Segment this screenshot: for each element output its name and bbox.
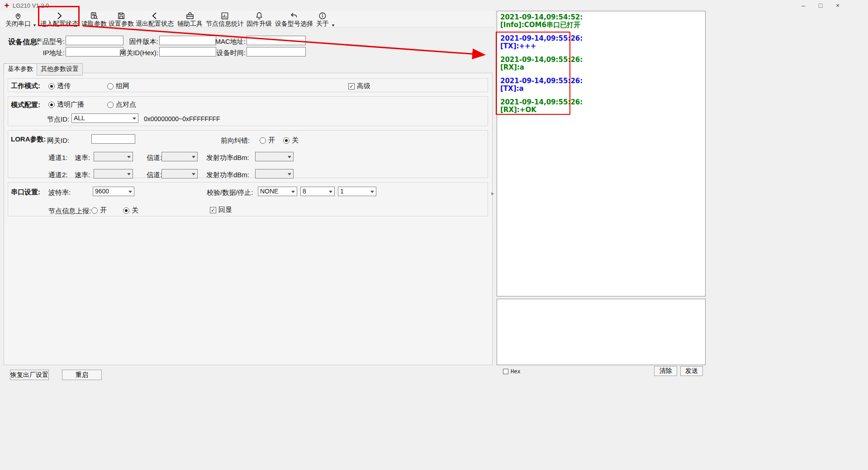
toolbar-button-device-model-select[interactable]: 设备型号选择: [274, 11, 314, 27]
node-id-range-hint: 0x00000000~0xFFFFFFFF: [144, 115, 220, 122]
tab-basic-params[interactable]: 基本参数: [4, 63, 37, 75]
bar-chart-icon: [220, 11, 229, 20]
mac-address-label: MAC地址:: [206, 38, 246, 46]
radio-dot: [283, 137, 289, 144]
stopbits-select[interactable]: 1: [338, 187, 376, 196]
ch1-channel-label: 信道:: [147, 154, 162, 162]
node-id-label: 节点ID:: [47, 115, 69, 124]
toolbar-button-firmware-upgrade[interactable]: 固件升级: [246, 11, 273, 27]
toolbar-button-node-stats[interactable]: 节点信息统计: [205, 11, 245, 27]
chevron-down-icon: [192, 156, 195, 158]
checkbox-box: [210, 207, 216, 213]
log-message: [RX]:a: [500, 64, 702, 71]
ch2-channel-label: 信道:: [147, 171, 162, 179]
lora-params-title: LORA参数:: [11, 135, 46, 144]
chevron-down-icon[interactable]: [33, 23, 36, 28]
log-entry: 2021-09-14,09:55:26: [TX]:+++: [500, 35, 702, 50]
minimize-button[interactable]: –: [795, 0, 812, 11]
toolbox-icon: [185, 11, 194, 20]
ch2-power-select[interactable]: [255, 169, 294, 179]
radio-fec-off[interactable]: 关: [283, 136, 299, 145]
radio-dot: [48, 102, 55, 108]
baud-select[interactable]: 9600: [93, 187, 134, 196]
chevron-down-icon: [127, 156, 131, 158]
toolbar-button-read-params[interactable]: 读取参数: [81, 11, 108, 27]
info-icon: [318, 11, 327, 20]
radio-dot: [107, 102, 114, 108]
log-time: 2021-09-14,09:55:26:: [500, 99, 702, 106]
chevron-down-icon: [329, 191, 332, 193]
log-entry: 2021-09-14,09:55:26: [RX]:+OK: [500, 99, 702, 114]
radio-point-to-point[interactable]: 点对点: [107, 100, 136, 109]
ch1-power-select[interactable]: [255, 152, 294, 161]
save-icon: [117, 11, 126, 20]
mode-config-section: 模式配置: 透明广播 点对点 节点ID: ALL 0x00000000~0xFF…: [8, 96, 488, 126]
chevron-left-icon: [150, 11, 159, 20]
maximize-button[interactable]: □: [812, 0, 829, 11]
lora-gateway-id-input[interactable]: [91, 134, 135, 144]
close-button[interactable]: ×: [829, 0, 846, 11]
log-entry: 2021-09-14,09:55:26: [RX]:a: [500, 56, 702, 71]
clear-button[interactable]: 清除: [654, 366, 677, 376]
work-mode-title: 工作模式:: [11, 82, 40, 90]
chevron-right-icon: [55, 11, 64, 20]
titlebar: LG210 V1.2.0 – □ ×: [0, 0, 868, 11]
parity-select[interactable]: NONE: [258, 187, 297, 196]
undo-arrow-icon: [289, 11, 299, 20]
toolbar-button-about[interactable]: 关于: [315, 11, 330, 27]
send-input[interactable]: [497, 299, 705, 365]
serial-port-pin-icon: [14, 11, 23, 20]
toolbar-button-close-serial[interactable]: 关闭串口: [4, 11, 33, 27]
radio-transparent-mode[interactable]: 透传: [48, 82, 71, 90]
chevron-down-icon: [128, 191, 132, 193]
ch1-rate-select[interactable]: [94, 152, 133, 161]
restart-button[interactable]: 重启: [62, 370, 102, 380]
radio-transparent-broadcast[interactable]: 透明广播: [48, 100, 84, 109]
mode-config-title: 模式配置:: [11, 101, 40, 109]
tab-other-params[interactable]: 其他参数设置: [37, 63, 83, 75]
toolbar-button-exit-config[interactable]: 退出配置状态: [135, 11, 175, 27]
ch2-channel-select[interactable]: [161, 169, 198, 179]
chevron-down-icon: [370, 191, 374, 193]
radio-dot: [91, 207, 98, 214]
checkbox-box: [503, 369, 508, 374]
factory-reset-button[interactable]: 恢复出厂设置: [10, 370, 49, 380]
send-panel: [497, 299, 706, 365]
node-id-select[interactable]: ALL: [71, 113, 138, 123]
log-message: [TX]:+++: [500, 42, 702, 50]
product-model-input[interactable]: [66, 36, 123, 45]
node-report-label: 节点信息上报:: [48, 207, 91, 216]
log-time: 2021-09-14,09:55:26:: [500, 77, 702, 85]
advanced-checkbox[interactable]: 高级: [348, 82, 370, 90]
radio-fec-on[interactable]: 开: [260, 136, 275, 145]
toolbar-button-write-params[interactable]: 设置参数: [108, 11, 135, 27]
splitter-collapse-arrow[interactable]: ▸: [491, 190, 494, 197]
echo-checkbox[interactable]: 回显: [210, 206, 232, 214]
databits-select[interactable]: 8: [300, 187, 335, 196]
hex-checkbox[interactable]: Hex: [503, 368, 521, 375]
device-time-input[interactable]: [247, 47, 306, 56]
lora-params-section: LORA参数: 网关ID: 前向纠错: 开 关 通道1: 速率: 信道: 发射功…: [8, 130, 488, 178]
chevron-down-icon[interactable]: [332, 23, 334, 28]
baud-rate-label: 波特率:: [48, 188, 71, 197]
toolbar-button-aux-tools[interactable]: 辅助工具: [176, 11, 204, 27]
radio-report-on[interactable]: 开: [91, 206, 107, 215]
radio-dot: [260, 137, 266, 144]
radio-dot: [123, 207, 129, 214]
work-mode-section: 工作模式: 透传 组网 高级: [8, 78, 488, 92]
ch1-channel-select[interactable]: [161, 152, 198, 161]
main-toolbar: 关闭串口 进入配置状态 读取参数 设置参数 退出配置状态 辅助工具: [0, 11, 494, 28]
ch2-rate-label: 速率:: [75, 171, 90, 179]
checkbox-box: [348, 83, 355, 89]
send-button[interactable]: 发送: [680, 366, 703, 376]
radio-dot: [107, 83, 114, 89]
radio-report-off[interactable]: 关: [123, 206, 138, 215]
ch2-rate-select[interactable]: [94, 169, 133, 179]
radio-networking-mode[interactable]: 组网: [107, 82, 129, 90]
log-panel[interactable]: 2021-09-14,09:54:52: [Info]:COM6串口已打开 20…: [497, 11, 706, 296]
basic-params-page: 工作模式: 透传 组网 高级 模式配置: 透明广播 点对点 节点ID: ALL: [4, 73, 493, 365]
mac-address-input[interactable]: [247, 36, 306, 45]
toolbar-button-enter-config[interactable]: 进入配置状态: [40, 11, 79, 27]
fec-label: 前向纠错:: [221, 136, 250, 145]
bell-icon: [255, 11, 264, 20]
